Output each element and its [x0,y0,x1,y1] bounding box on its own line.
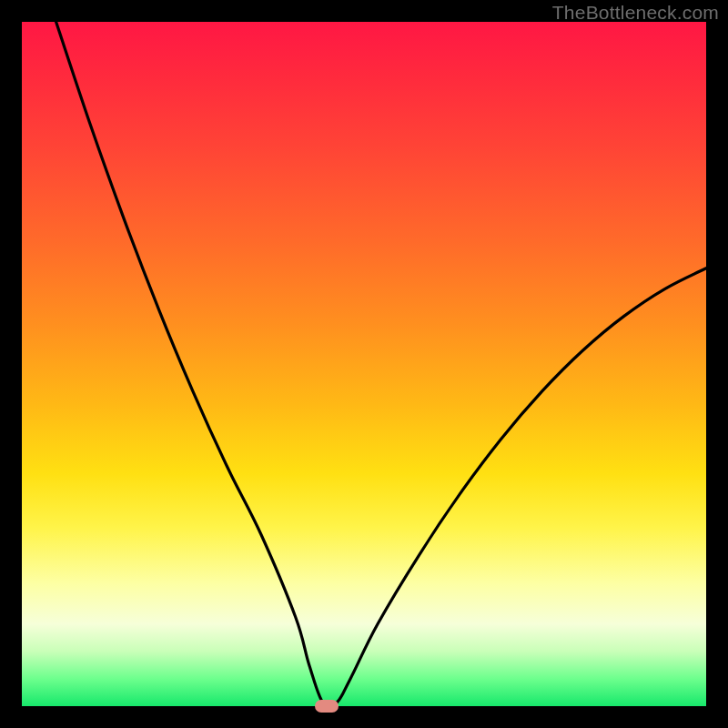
minimum-marker [315,700,339,713]
watermark-text: TheBottleneck.com [552,2,719,24]
curve-path [56,22,706,707]
bottleneck-curve [22,22,706,706]
chart-frame: TheBottleneck.com [0,0,728,728]
